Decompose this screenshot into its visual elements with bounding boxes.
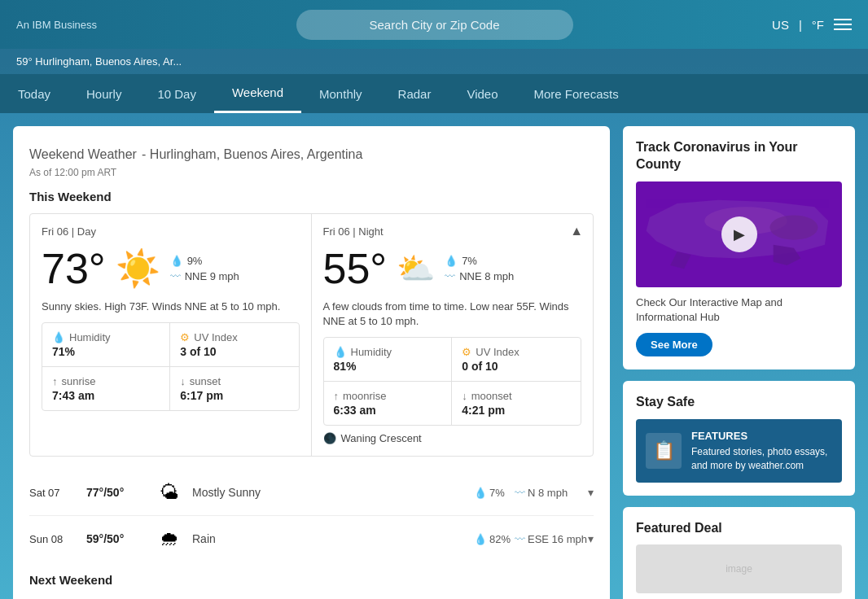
- nav-video[interactable]: Video: [449, 76, 515, 112]
- fc-date-1: Sun 08: [29, 533, 86, 545]
- header-right: US | °F: [772, 18, 852, 32]
- fc-wind-1: 〰 ESE 16 mph: [515, 533, 588, 545]
- hamburger-menu[interactable]: [834, 19, 852, 30]
- day-uv-val: 3 of 10: [180, 345, 288, 358]
- night-moonset-label: moonset: [471, 390, 512, 402]
- featured-deal-card: Featured Deal image: [623, 507, 855, 599]
- left-panel: Weekend Weather - Hurlingham, Buenos Air…: [13, 126, 610, 599]
- day-desc: Sunny skies. High 73F. Winds NNE at 5 to…: [42, 300, 300, 314]
- coronavirus-title: Track Coronavirus in Your County: [636, 139, 842, 173]
- night-moonrise-val: 6:33 am: [334, 404, 442, 417]
- night-temp-row: 55° ⛅ 💧 7% 〰 NNE 8 mph: [323, 244, 582, 293]
- night-humidity-cell: 💧 Humidity 81%: [324, 338, 453, 382]
- day-wind: NNE 9 mph: [185, 270, 239, 282]
- night-moonset-val: 4:21 pm: [462, 404, 571, 417]
- night-uv-cell: ⚙ UV Index 0 of 10: [452, 338, 581, 382]
- day-sunset-val: 6:17 pm: [180, 389, 288, 402]
- search-input[interactable]: [296, 10, 573, 40]
- night-moonrise-label: moonrise: [343, 390, 386, 402]
- day-sunset-cell: ↓ sunset 6:17 pm: [170, 367, 298, 410]
- play-button[interactable]: ▶: [721, 216, 757, 252]
- unit-label[interactable]: °F: [812, 18, 824, 32]
- day-sunrise-val: 7:43 am: [52, 389, 160, 402]
- nav-monthly[interactable]: Monthly: [301, 76, 380, 112]
- night-uv-icon: ⚙: [462, 346, 471, 358]
- features-icon: 📋: [646, 433, 682, 469]
- featured-deal-image[interactable]: image: [636, 544, 842, 593]
- features-desc: Featured stories, photo essays, and more…: [691, 446, 827, 471]
- day-precip: 9%: [187, 255, 203, 267]
- day-sunrise-label: sunrise: [62, 375, 96, 387]
- main-container: Weekend Weather - Hurlingham, Buenos Air…: [0, 113, 868, 599]
- night-moonrise-cell: ↑ moonrise 6:33 am: [324, 382, 453, 425]
- forecast-row-fri13[interactable]: Fri 13 60°/41° ⛅ Partly Cloudy 💧 6% 〰 NE…: [29, 593, 594, 599]
- current-temp: 59°: [16, 55, 33, 68]
- featured-deal-title: Featured Deal: [636, 520, 842, 537]
- next-weekend-rows: Fri 13 60°/41° ⛅ Partly Cloudy 💧 6% 〰 NE…: [29, 593, 594, 599]
- nav-hourly[interactable]: Hourly: [68, 76, 139, 112]
- sunny-icon: ☀️: [116, 247, 160, 290]
- nav-10day[interactable]: 10 Day: [139, 76, 214, 112]
- fc-icon-0: 🌤: [160, 481, 192, 504]
- features-label: FEATURES: [691, 429, 832, 444]
- day-uv-label: UV Index: [194, 331, 237, 343]
- night-desc: A few clouds from time to time. Low near…: [323, 300, 582, 329]
- day-label: Fri 06 | Day: [42, 225, 300, 238]
- humidity-icon: 💧: [52, 331, 65, 343]
- ibm-logo: An IBM Business: [16, 17, 97, 32]
- day-humidity-cell: 💧 Humidity 71%: [42, 323, 170, 367]
- covid-map[interactable]: ▶: [636, 181, 842, 287]
- nav-more-forecasts[interactable]: More Forecasts: [516, 76, 637, 112]
- nav-radar[interactable]: Radar: [380, 76, 449, 112]
- as-of: As of 12:00 pm ART: [29, 167, 594, 178]
- night-precip-icon: 💧: [445, 255, 458, 267]
- stay-safe-card: Stay Safe 📋 FEATURES Featured stories, p…: [623, 381, 855, 496]
- night-humidity-label: Humidity: [351, 346, 392, 358]
- night-moonset-cell: ↓ moonset 4:21 pm: [452, 382, 581, 425]
- day-night-grid: Fri 06 | Day 73° ☀️ 💧 9% 〰 NNE 9 mph: [29, 213, 594, 457]
- day-panel: Fri 06 | Day 73° ☀️ 💧 9% 〰 NNE 9 mph: [30, 214, 312, 456]
- fc-temps-1: 59°/50°: [86, 532, 160, 545]
- precip-icon: 💧: [170, 255, 183, 267]
- wind-icon-1: 〰: [515, 533, 525, 545]
- moon-phase: Waning Crescent: [341, 432, 422, 444]
- night-stats-grid: 💧 Humidity 81% ⚙ UV Index 0 of 10: [323, 337, 582, 426]
- precip-icon-0: 💧: [474, 487, 487, 499]
- locale-label[interactable]: US: [772, 18, 789, 32]
- forecast-row-sat07[interactable]: Sat 07 77°/50° 🌤 Mostly Sunny 💧 7% 〰 N 8…: [29, 470, 594, 516]
- sunset-icon: ↓: [180, 375, 186, 387]
- collapse-button[interactable]: ▲: [570, 224, 583, 238]
- night-humidity-icon: 💧: [334, 346, 347, 358]
- day-temp: 73°: [42, 244, 106, 293]
- wind-icon: 〰: [170, 270, 181, 282]
- moon-phase-row: 🌑 Waning Crescent: [323, 432, 582, 444]
- night-uv-label: UV Index: [476, 346, 519, 358]
- fc-chevron-1[interactable]: ▾: [588, 532, 594, 545]
- night-uv-val: 0 of 10: [462, 360, 571, 373]
- night-panel: ▲ Fri 06 | Night 55° ⛅ 💧 7% 〰 NNE 8 mph: [312, 214, 594, 456]
- day-humidity-label: Humidity: [69, 331, 111, 343]
- moonrise-icon: ↑: [334, 390, 340, 402]
- day-temp-row: 73° ☀️ 💧 9% 〰 NNE 9 mph: [42, 244, 300, 293]
- next-weekend-title: Next Weekend: [29, 573, 594, 587]
- fc-chevron-0[interactable]: ▾: [588, 486, 594, 499]
- moon-icon: 🌑: [323, 432, 336, 444]
- features-text: FEATURES Featured stories, photo essays,…: [691, 429, 832, 473]
- coronavirus-card: Track Coronavirus in Your County ▶ Check…: [623, 126, 855, 369]
- night-temp: 55°: [323, 244, 388, 293]
- this-weekend-title: This Weekend: [29, 190, 594, 203]
- night-humidity-val: 81%: [334, 360, 442, 373]
- nav-today[interactable]: Today: [0, 76, 68, 112]
- features-banner[interactable]: 📋 FEATURES Featured stories, photo essay…: [636, 419, 842, 483]
- moonset-icon: ↓: [462, 390, 467, 402]
- see-more-button[interactable]: See More: [636, 333, 712, 356]
- nav-weekend[interactable]: Weekend: [214, 74, 301, 113]
- stay-safe-title: Stay Safe: [636, 394, 842, 411]
- day-stats-grid: 💧 Humidity 71% ⚙ UV Index 3 of 10: [42, 322, 300, 411]
- uv-icon: ⚙: [180, 331, 190, 343]
- fc-precip-1: 💧 82%: [474, 533, 515, 545]
- precip-icon-1: 💧: [474, 533, 487, 545]
- current-location: Hurlingham, Buenos Aires, Ar...: [35, 55, 182, 68]
- night-wind: NNE 8 mph: [459, 270, 514, 282]
- forecast-row-sun08[interactable]: Sun 08 59°/50° 🌧 Rain 💧 82% 〰 ESE 16 mph…: [29, 516, 594, 562]
